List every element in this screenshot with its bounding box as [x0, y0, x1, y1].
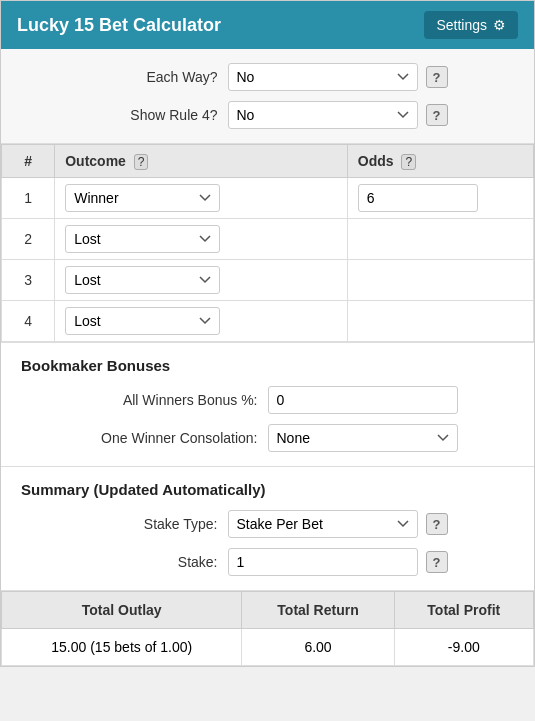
row-4-odds-cell [347, 301, 533, 342]
stake-type-help-button[interactable]: ? [426, 513, 448, 535]
table-row: 3WinnerLostPlacedVoidNon-Runner [2, 260, 534, 301]
results-data-row: 15.00 (15 bets of 1.00) 6.00 -9.00 [2, 629, 534, 666]
show-rule4-label: Show Rule 4? [88, 107, 218, 123]
one-winner-label: One Winner Consolation: [78, 430, 258, 446]
outcomes-table: # Outcome ? Odds ? 1WinnerLostPlacedVoid… [1, 144, 534, 342]
app-header: Lucky 15 Bet Calculator Settings [1, 1, 534, 49]
table-row: 4WinnerLostPlacedVoidNon-Runner [2, 301, 534, 342]
stake-help-icon: ? [433, 555, 441, 570]
col-profit-header: Total Profit [394, 592, 533, 629]
row-1-odds-input[interactable] [358, 184, 478, 212]
odds-help-icon[interactable]: ? [401, 154, 416, 170]
app-title: Lucky 15 Bet Calculator [17, 15, 221, 36]
row-1-outcome-select[interactable]: WinnerLostPlacedVoidNon-Runner [65, 184, 220, 212]
stake-row: Stake: ? [21, 548, 514, 576]
each-way-help-icon: ? [433, 70, 441, 85]
table-header-row: # Outcome ? Odds ? [2, 145, 534, 178]
row-2-outcome-cell: WinnerLostPlacedVoidNon-Runner [55, 219, 348, 260]
table-row: 2WinnerLostPlacedVoidNon-Runner [2, 219, 534, 260]
stake-input[interactable] [228, 548, 418, 576]
show-rule4-row: Show Rule 4? No Yes ? [21, 101, 514, 129]
each-way-help-button[interactable]: ? [426, 66, 448, 88]
stake-type-row: Stake Type: Stake Per Bet Total Stake ? [21, 510, 514, 538]
bonuses-section: Bookmaker Bonuses All Winners Bonus %: O… [1, 343, 534, 467]
each-way-label: Each Way? [88, 69, 218, 85]
table-row: 1WinnerLostPlacedVoidNon-Runner [2, 178, 534, 219]
outcome-header-label: Outcome [65, 153, 126, 169]
col-outlay-header: Total Outlay [2, 592, 242, 629]
all-winners-row: All Winners Bonus %: [21, 386, 514, 414]
row-3-odds-cell [347, 260, 533, 301]
odds-header-label: Odds [358, 153, 394, 169]
col-num-header: # [2, 145, 55, 178]
stake-type-select[interactable]: Stake Per Bet Total Stake [228, 510, 418, 538]
row-2-odds-cell [347, 219, 533, 260]
stake-type-label: Stake Type: [88, 516, 218, 532]
row-4-outcome-select[interactable]: WinnerLostPlacedVoidNon-Runner [65, 307, 220, 335]
stake-help-button[interactable]: ? [426, 551, 448, 573]
results-header-row: Total Outlay Total Return Total Profit [2, 592, 534, 629]
result-outlay: 15.00 (15 bets of 1.00) [2, 629, 242, 666]
row-1-outcome-cell: WinnerLostPlacedVoidNon-Runner [55, 178, 348, 219]
stake-label: Stake: [88, 554, 218, 570]
results-table: Total Outlay Total Return Total Profit 1… [1, 591, 534, 666]
show-rule4-help-icon: ? [433, 108, 441, 123]
stake-type-help-icon: ? [433, 517, 441, 532]
each-way-select[interactable]: No Yes [228, 63, 418, 91]
summary-title: Summary (Updated Automatically) [21, 481, 514, 498]
row-4-num: 4 [2, 301, 55, 342]
all-winners-label: All Winners Bonus %: [78, 392, 258, 408]
result-profit: -9.00 [394, 629, 533, 666]
result-return: 6.00 [242, 629, 394, 666]
one-winner-row: One Winner Consolation: None Double Odds… [21, 424, 514, 452]
show-rule4-select[interactable]: No Yes [228, 101, 418, 129]
row-4-outcome-cell: WinnerLostPlacedVoidNon-Runner [55, 301, 348, 342]
col-odds-header: Odds ? [347, 145, 533, 178]
col-return-header: Total Return [242, 592, 394, 629]
outcome-help-icon[interactable]: ? [134, 154, 149, 170]
bonuses-title: Bookmaker Bonuses [21, 357, 514, 374]
gear-icon [493, 17, 506, 33]
row-3-outcome-cell: WinnerLostPlacedVoidNon-Runner [55, 260, 348, 301]
row-3-num: 3 [2, 260, 55, 301]
settings-label: Settings [436, 17, 487, 33]
each-way-row: Each Way? No Yes ? [21, 63, 514, 91]
row-1-odds-cell [347, 178, 533, 219]
app-container: Lucky 15 Bet Calculator Settings Each Wa… [0, 0, 535, 667]
all-winners-input[interactable] [268, 386, 458, 414]
results-section: Total Outlay Total Return Total Profit 1… [1, 591, 534, 666]
top-form-section: Each Way? No Yes ? Show Rule 4? No Yes ? [1, 49, 534, 144]
row-2-num: 2 [2, 219, 55, 260]
row-2-outcome-select[interactable]: WinnerLostPlacedVoidNon-Runner [65, 225, 220, 253]
show-rule4-help-button[interactable]: ? [426, 104, 448, 126]
settings-button[interactable]: Settings [424, 11, 518, 39]
outcomes-table-section: # Outcome ? Odds ? 1WinnerLostPlacedVoid… [1, 144, 534, 343]
row-1-num: 1 [2, 178, 55, 219]
row-3-outcome-select[interactable]: WinnerLostPlacedVoidNon-Runner [65, 266, 220, 294]
col-outcome-header: Outcome ? [55, 145, 348, 178]
summary-section: Summary (Updated Automatically) Stake Ty… [1, 467, 534, 591]
one-winner-select[interactable]: None Double Odds Money Back [268, 424, 458, 452]
